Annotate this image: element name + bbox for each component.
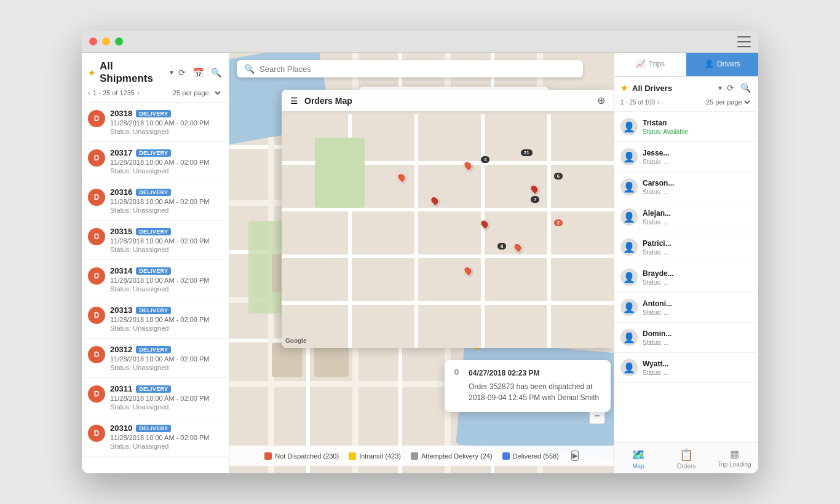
shipment-status: Status: Unassigned <box>110 285 223 293</box>
list-item[interactable]: 👤 Brayde... Status: ... <box>614 262 758 293</box>
avatar: 👤 <box>620 178 638 195</box>
right-tabs: 📈 Trips 👤 Drivers <box>614 53 758 77</box>
bottom-tab-trip-loading[interactable]: ▦ Trip Loading <box>710 443 758 473</box>
list-item[interactable]: D 20316 DELIVERY 11/28/2018 10:00 AM - 0… <box>82 181 229 221</box>
map-area[interactable]: 🔍 <box>229 53 614 473</box>
driver-status: Status: ... <box>643 309 752 316</box>
shipment-time: 11/28/2018 10:00 AM - 02:00 PM <box>110 119 223 127</box>
drivers-refresh-button[interactable]: ⟳ <box>726 82 735 94</box>
list-item[interactable]: D 20318 DELIVERY 11/28/2018 10:00 AM - 0… <box>82 103 229 142</box>
driver-name: Alejan... <box>643 209 752 218</box>
avatar: D <box>88 189 105 206</box>
list-item[interactable]: D 20311 DELIVERY 11/28/2018 10:00 AM - 0… <box>82 378 229 417</box>
shipments-header: ★ All Shipments ▾ ⟳ 📅 🔍 ‹ 1 - 25 of 1235… <box>82 53 229 103</box>
order-time: 04/27/2018 02:23 PM <box>469 369 601 377</box>
map-tab-label: Map <box>632 463 644 470</box>
order-status-circle <box>454 369 459 375</box>
bottom-tab-orders[interactable]: 📋 Orders <box>662 443 710 473</box>
list-item[interactable]: D 20312 DELIVERY 11/28/2018 10:00 AM - 0… <box>82 339 229 378</box>
prev-page-button[interactable]: ‹ <box>88 89 90 97</box>
legend-not-dispatched: Not Dispatched (230) <box>264 451 339 461</box>
shipment-time: 11/28/2018 10:00 AM - 02:00 PM <box>110 316 223 323</box>
shipment-id: 20310 <box>110 423 132 433</box>
orders-map-menu-icon[interactable]: ☰ <box>290 96 298 106</box>
search-icon: 🔍 <box>244 64 255 74</box>
title-bar-menu <box>737 36 751 47</box>
search-input[interactable] <box>260 65 576 74</box>
app-window: ★ All Shipments ▾ ⟳ 📅 🔍 ‹ 1 - 25 of 1235… <box>82 31 758 473</box>
map-search-bar: 🔍 <box>237 60 583 77</box>
bottom-tab-map[interactable]: 🗺️ Map <box>614 443 662 473</box>
shipment-id: 20315 <box>110 227 132 236</box>
title-bar <box>82 31 758 53</box>
maximize-btn[interactable] <box>115 37 123 45</box>
minimize-btn[interactable] <box>102 37 110 45</box>
list-item[interactable]: 👤 Antoni... Status: ... <box>614 293 758 323</box>
avatar: 👤 <box>620 118 638 135</box>
list-item[interactable]: 👤 Wyatt... Status: ... <box>614 353 758 383</box>
list-item[interactable]: D 20317 DELIVERY 11/28/2018 10:00 AM - 0… <box>82 142 229 181</box>
orders-tab-label: Orders <box>677 463 696 470</box>
calendar-button[interactable]: 📅 <box>192 66 205 79</box>
list-item[interactable]: D 20314 DELIVERY 11/28/2018 10:00 AM - 0… <box>82 260 229 299</box>
avatar: D <box>88 228 105 245</box>
list-item[interactable]: 👤 Jesse... Status: ... <box>614 142 758 172</box>
tab-trips[interactable]: 📈 Trips <box>614 53 686 76</box>
list-item[interactable]: D 20310 DELIVERY 11/28/2018 10:00 AM - 0… <box>82 417 229 457</box>
search-button[interactable]: 🔍 <box>210 66 223 79</box>
orders-map-bg: 4 7 6 8 2 21 Google <box>282 114 614 348</box>
list-item[interactable]: 👤 Tristan Status: Available <box>614 112 758 142</box>
shipment-id: 20316 <box>110 187 132 197</box>
drivers-icon: 👤 <box>704 59 714 68</box>
drivers-next-page[interactable]: › <box>657 98 660 106</box>
legend-more-button[interactable]: ▶ <box>571 451 579 461</box>
window-controls <box>89 37 123 45</box>
legend-dot-gray <box>411 452 418 460</box>
driver-name: Brayde... <box>643 269 752 278</box>
delivery-badge: DELIVERY <box>136 189 171 196</box>
avatar: D <box>88 346 105 363</box>
shipment-time: 11/28/2018 10:00 AM - 02:00 PM <box>110 159 223 166</box>
next-page-button[interactable]: › <box>137 89 140 97</box>
shipments-dropdown-icon[interactable]: ▾ <box>170 68 173 77</box>
order-popup: 04/27/2018 02:23 PM Order 352873 has bee… <box>445 360 611 412</box>
avatar: D <box>88 385 105 403</box>
menu-icon[interactable] <box>737 36 751 47</box>
avatar: 👤 <box>620 299 638 316</box>
order-count-2: 2 <box>554 219 563 226</box>
shipment-id: 20318 <box>110 109 132 118</box>
drivers-per-page-select[interactable]: 25 per page <box>703 98 752 106</box>
page-title: All Shipments <box>100 60 166 85</box>
driver-status: Status: ... <box>643 159 752 165</box>
drivers-favorite-icon[interactable]: ★ <box>620 83 628 93</box>
driver-status: Status: Available <box>643 128 752 135</box>
locate-button[interactable]: ⊕ <box>597 95 605 106</box>
tab-trips-label: Trips <box>649 60 665 68</box>
drivers-dropdown-icon[interactable]: ▾ <box>718 84 722 92</box>
avatar: 👤 <box>620 359 638 376</box>
pagination-info: 1 - 25 of 1235 <box>93 89 135 96</box>
list-item[interactable]: 👤 Alejan... Status: ... <box>614 202 758 232</box>
delivery-badge: DELIVERY <box>136 307 171 314</box>
list-item[interactable]: 👤 Domin... Status: ... <box>614 323 758 353</box>
close-btn[interactable] <box>89 37 97 45</box>
refresh-button[interactable]: ⟳ <box>177 66 187 79</box>
list-item[interactable]: 👤 Patrici... Status: ... <box>614 232 758 262</box>
shipment-id: 20313 <box>110 305 132 315</box>
right-panel: 📈 Trips 👤 Drivers ★ All Drivers ▾ ⟳ 🔍 <box>614 53 758 473</box>
google-logo: Google <box>285 337 306 344</box>
drivers-header: ★ All Drivers ▾ ⟳ 🔍 1 - 25 of 100 › 25 p… <box>614 77 758 112</box>
order-message: Order 352873 has been dispatched at 2018… <box>469 381 601 403</box>
shipment-time: 11/28/2018 10:00 AM - 02:00 PM <box>110 355 223 363</box>
favorite-icon[interactable]: ★ <box>88 68 96 77</box>
list-item[interactable]: D 20313 DELIVERY 11/28/2018 10:00 AM - 0… <box>82 299 229 339</box>
tab-drivers[interactable]: 👤 Drivers <box>686 53 758 76</box>
shipment-status: Status: Unassigned <box>110 128 223 135</box>
driver-name: Antoni... <box>643 299 752 308</box>
list-item[interactable]: 👤 Carson... Status: ... <box>614 172 758 202</box>
list-item[interactable]: D 20315 DELIVERY 11/28/2018 10:00 AM - 0… <box>82 221 229 260</box>
driver-list: 👤 Tristan Status: Available 👤 Jesse... S… <box>614 112 758 443</box>
drivers-search-button[interactable]: 🔍 <box>739 82 752 94</box>
per-page-select[interactable]: 25 per page 50 per page 100 per page <box>170 89 223 97</box>
shipment-status: Status: Unassigned <box>110 443 223 450</box>
